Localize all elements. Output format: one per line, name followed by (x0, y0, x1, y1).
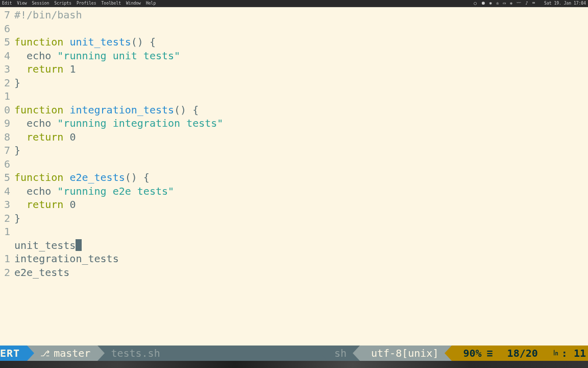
line-number: 4 (0, 49, 10, 63)
statusbar: ERT ⎇ master tests.sh sh utf-8[unix] 90%… (0, 346, 588, 361)
code-line[interactable]: echo "running e2e tests" (14, 185, 588, 198)
menu-item-view[interactable]: View (17, 1, 27, 6)
code-line[interactable] (14, 22, 588, 36)
position-segment: 18/20 (500, 346, 545, 361)
filename-segment: tests.sh (97, 346, 167, 361)
code-line[interactable]: function integration_tests() { (14, 103, 588, 117)
code-line[interactable]: e2e_tests (14, 266, 588, 280)
menubar-clock: Sat 19. Jan 17:04 (544, 1, 586, 6)
line-number: 6 (0, 157, 10, 171)
line-number: 7 (0, 8, 10, 22)
line-number: 3 (0, 62, 10, 76)
line-number: 8 (0, 130, 10, 144)
line-number: 3 (0, 198, 10, 212)
code-line[interactable]: return 1 (14, 62, 588, 76)
code-line[interactable]: return 0 (14, 198, 588, 212)
line-number: 2 (0, 76, 10, 90)
encoding-segment: utf-8[unix] (360, 346, 452, 361)
text-cursor (76, 239, 82, 251)
menubar-right: ◯⏺✱♔▭❋〰♪⌨ Sat 19. Jan 17:04 (474, 1, 586, 6)
code-line[interactable] (14, 89, 588, 103)
ln-icon: ㏑ (552, 349, 559, 358)
line-number (0, 239, 10, 252)
code-line[interactable]: echo "running unit tests" (14, 49, 588, 63)
status-icon[interactable]: ❋ (510, 1, 512, 6)
menu-item-toolbelt[interactable]: Toolbelt (102, 1, 121, 6)
menu-item-scripts[interactable]: Scripts (54, 1, 71, 6)
code-line[interactable] (14, 225, 588, 239)
status-icon[interactable]: ♔ (496, 1, 499, 6)
percent-value: 90% (463, 347, 481, 359)
percent-segment: 90% ≡ (452, 346, 500, 361)
line-number: 5 (0, 35, 10, 49)
status-icon[interactable]: ⏺ (481, 1, 485, 6)
menu-item-help[interactable]: Help (146, 1, 156, 6)
line-number: 7 (0, 144, 10, 157)
line-number: 6 (0, 22, 10, 36)
line-number: 1 (0, 252, 10, 266)
menu-item-profiles[interactable]: Profiles (77, 1, 96, 6)
menubar-left: EditViewSessionScriptsProfilesToolbeltWi… (2, 1, 156, 6)
status-icon[interactable]: ⌨ (532, 1, 535, 6)
code-line[interactable]: } (14, 76, 588, 90)
line-gutter: 76543210987654321 12 (0, 7, 12, 351)
desktop-strip (0, 361, 588, 368)
code-line[interactable]: } (14, 144, 588, 157)
code-line[interactable]: unit_tests (14, 239, 588, 252)
status-icon[interactable]: 〰 (517, 1, 521, 6)
line-number: 0 (0, 103, 10, 117)
line-number: 2 (0, 266, 10, 280)
column-segment: ㏑ : 11 (545, 346, 588, 361)
status-icon[interactable]: ▭ (503, 1, 505, 6)
code-line[interactable] (14, 157, 588, 171)
code-line[interactable]: return 0 (14, 130, 588, 144)
column-value: : 11 (561, 347, 586, 359)
code-line[interactable]: function e2e_tests() { (14, 171, 588, 185)
status-icon[interactable]: ✱ (489, 1, 492, 6)
git-branch-segment: ⎇ master (27, 346, 97, 361)
statusbar-filler (167, 346, 327, 361)
code-line[interactable]: echo "running integration tests" (14, 117, 588, 130)
mac-menubar: EditViewSessionScriptsProfilesToolbeltWi… (0, 0, 588, 6)
menu-item-edit[interactable]: Edit (2, 1, 12, 6)
editor[interactable]: 76543210987654321 12 #!/bin/bashfunction… (0, 7, 588, 351)
status-icon[interactable]: ♪ (525, 1, 528, 6)
mode-segment: ERT (0, 346, 27, 361)
menu-item-session[interactable]: Session (32, 1, 50, 6)
code-area[interactable]: #!/bin/bashfunction unit_tests() { echo … (12, 7, 588, 351)
code-line[interactable]: function unit_tests() { (14, 35, 588, 49)
menu-item-window[interactable]: Window (126, 1, 141, 6)
line-number: 4 (0, 185, 10, 198)
line-number: 1 (0, 89, 10, 103)
branch-name: master (54, 347, 90, 359)
hamburger-icon: ≡ (487, 347, 493, 359)
code-line[interactable]: } (14, 212, 588, 225)
code-line[interactable]: integration_tests (14, 252, 588, 266)
line-number: 9 (0, 117, 10, 130)
line-number: 5 (0, 171, 10, 185)
code-line[interactable]: #!/bin/bash (14, 8, 588, 22)
status-icon[interactable]: ◯ (474, 1, 476, 6)
line-number: 2 (0, 212, 10, 225)
branch-icon: ⎇ (40, 349, 50, 358)
line-number: 1 (0, 225, 10, 239)
